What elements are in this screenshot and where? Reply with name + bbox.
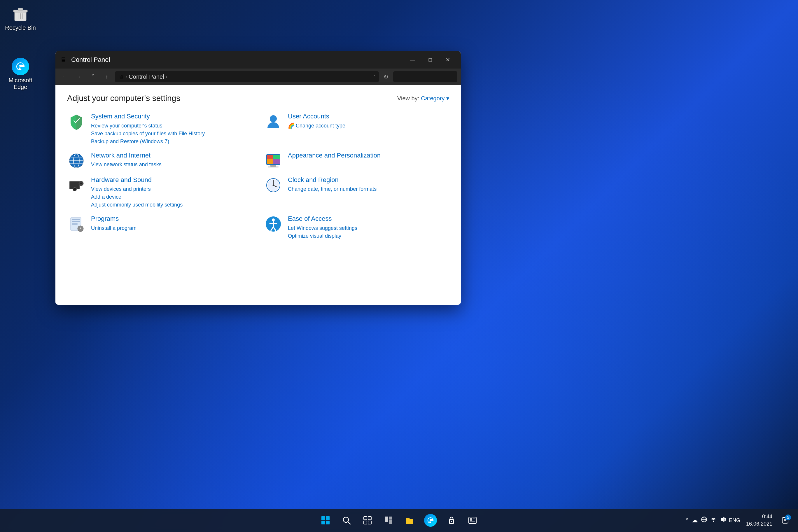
svg-rect-59 [469, 517, 476, 524]
network-internet-link-1[interactable]: View network status and tasks [91, 161, 162, 169]
svg-rect-15 [273, 155, 280, 159]
up-button[interactable]: ↑ [101, 72, 113, 82]
appearance-icon [264, 151, 283, 170]
clock-region-title[interactable]: Clock and Region [288, 176, 377, 184]
content-area: Adjust your computer's settings View by:… [55, 85, 461, 305]
system-security-icon [67, 112, 86, 131]
chevron-icon[interactable]: ^ [686, 516, 689, 524]
category-clock-region[interactable]: Clock and Region Change date, time, or n… [264, 176, 449, 209]
desktop-icon-recycle-bin[interactable]: Recycle Bin [3, 3, 38, 33]
category-appearance[interactable]: Appearance and Personalization [264, 151, 449, 170]
dropdown-button[interactable]: ˅ [87, 72, 99, 82]
start-button[interactable] [316, 512, 335, 528]
svg-rect-44 [321, 516, 325, 520]
taskbar-search-button[interactable] [337, 512, 356, 528]
hardware-sound-content: Hardware and Sound View devices and prin… [91, 176, 183, 209]
category-hardware-sound[interactable]: Hardware and Sound View devices and prin… [67, 176, 252, 209]
programs-link-1[interactable]: Uninstall a program [91, 224, 136, 232]
clock-region-link-1[interactable]: Change date, time, or number formats [288, 185, 377, 193]
control-panel-window: 🖥 Control Panel — □ ✕ ← → ˅ ↑ 🖥 › Contro… [55, 51, 461, 305]
path-folder-icon: 🖥 [118, 74, 124, 80]
vpn-button[interactable] [442, 512, 461, 528]
clock-display[interactable]: 0:44 16.06.2021 [744, 512, 775, 529]
hardware-sound-link-2[interactable]: Add a device [91, 193, 183, 201]
hardware-sound-link-3[interactable]: Adjust commonly used mobility settings [91, 201, 183, 209]
file-explorer-button[interactable] [400, 512, 419, 528]
svg-point-58 [451, 521, 452, 522]
category-network-internet[interactable]: Network and Internet View network status… [67, 151, 252, 170]
svg-rect-34 [72, 223, 78, 225]
category-user-accounts[interactable]: User Accounts 🌈 Change account type [264, 112, 449, 146]
svg-rect-54 [385, 516, 388, 522]
user-accounts-title[interactable]: User Accounts [288, 112, 345, 121]
categories-grid: System and Security Review your computer… [67, 112, 449, 240]
user-accounts-link-1[interactable]: 🌈 Change account type [288, 122, 345, 130]
path-control-panel: Control Panel [129, 74, 164, 80]
svg-marker-67 [721, 517, 724, 522]
address-path[interactable]: 🖥 › Control Panel › ˅ [115, 71, 379, 82]
system-security-link-3[interactable]: Backup and Restore (Windows 7) [91, 138, 205, 146]
programs-icon [67, 215, 86, 233]
notification-center[interactable]: 5 [778, 513, 792, 527]
svg-rect-17 [273, 159, 280, 164]
system-security-link-2[interactable]: Save backup copies of your files with Fi… [91, 130, 205, 138]
minimize-button[interactable]: — [404, 54, 421, 65]
refresh-button[interactable]: ↻ [381, 72, 391, 81]
appearance-content: Appearance and Personalization [288, 151, 381, 161]
task-view-button[interactable] [358, 512, 377, 528]
search-input[interactable] [397, 74, 461, 80]
svg-rect-33 [72, 221, 80, 222]
ease-of-access-title[interactable]: Ease of Access [288, 215, 357, 223]
appearance-title[interactable]: Appearance and Personalization [288, 151, 381, 160]
view-by-dropdown[interactable]: Category ▾ [421, 95, 449, 102]
user-accounts-icon [264, 112, 283, 131]
path-dropdown-arrow[interactable]: ˅ [373, 74, 375, 79]
recycle-bin-icon [11, 5, 30, 23]
search-box: 🔍 [393, 71, 457, 82]
forward-button[interactable]: → [73, 72, 84, 82]
programs-content: Programs Uninstall a program [91, 215, 136, 232]
hardware-sound-title[interactable]: Hardware and Sound [91, 176, 183, 184]
programs-title[interactable]: Programs [91, 215, 136, 223]
svg-rect-50 [364, 516, 367, 520]
language-label[interactable]: ENG [729, 517, 740, 524]
category-system-security[interactable]: System and Security Review your computer… [67, 112, 252, 146]
view-by-label: View by: [397, 95, 419, 102]
category-programs[interactable]: Programs Uninstall a program [67, 215, 252, 240]
maximize-button[interactable]: □ [422, 54, 439, 65]
system-security-link-1[interactable]: Review your computer's status [91, 122, 205, 130]
content-header: Adjust your computer's settings View by:… [67, 94, 449, 103]
cloud-icon[interactable]: ☁ [691, 516, 698, 524]
svg-rect-46 [321, 520, 325, 525]
svg-rect-52 [364, 521, 367, 524]
svg-rect-2 [18, 8, 23, 11]
hardware-sound-link-1[interactable]: View devices and printers [91, 185, 183, 193]
ease-of-access-link-1[interactable]: Let Windows suggest settings [288, 224, 357, 232]
ease-of-access-link-2[interactable]: Optimize visual display [288, 232, 357, 240]
system-security-content: System and Security Review your computer… [91, 112, 205, 146]
recycle-bin-label: Recycle Bin [5, 24, 36, 31]
view-by: View by: Category ▾ [397, 95, 449, 102]
close-button[interactable]: ✕ [439, 54, 456, 65]
taskbar-edge-button[interactable] [421, 512, 440, 528]
system-security-title[interactable]: System and Security [91, 112, 205, 121]
clock-time: 0:44 [762, 513, 772, 520]
svg-point-24 [80, 183, 82, 184]
network-tray-icon[interactable] [701, 516, 707, 525]
network-internet-title[interactable]: Network and Internet [91, 151, 162, 160]
taskbar: ^ ☁ [0, 509, 798, 532]
edge-desktop-label: Microsoft Edge [5, 77, 36, 90]
wifi-icon[interactable] [710, 516, 717, 525]
widgets-button[interactable] [379, 512, 398, 528]
clock-region-content: Clock and Region Change date, time, or n… [288, 176, 377, 193]
news-button[interactable] [463, 512, 482, 528]
desktop-icon-edge[interactable]: Microsoft Edge [3, 55, 38, 92]
ease-of-access-content: Ease of Access Let Windows suggest setti… [288, 215, 357, 240]
system-tray: ^ ☁ [686, 516, 740, 525]
window-controls: — □ ✕ [404, 54, 456, 65]
back-button[interactable]: ← [59, 72, 71, 82]
category-ease-of-access[interactable]: Ease of Access Let Windows suggest setti… [264, 215, 449, 240]
svg-point-39 [272, 218, 275, 221]
volume-icon[interactable] [720, 516, 726, 525]
window-title: Control Panel [71, 56, 404, 63]
